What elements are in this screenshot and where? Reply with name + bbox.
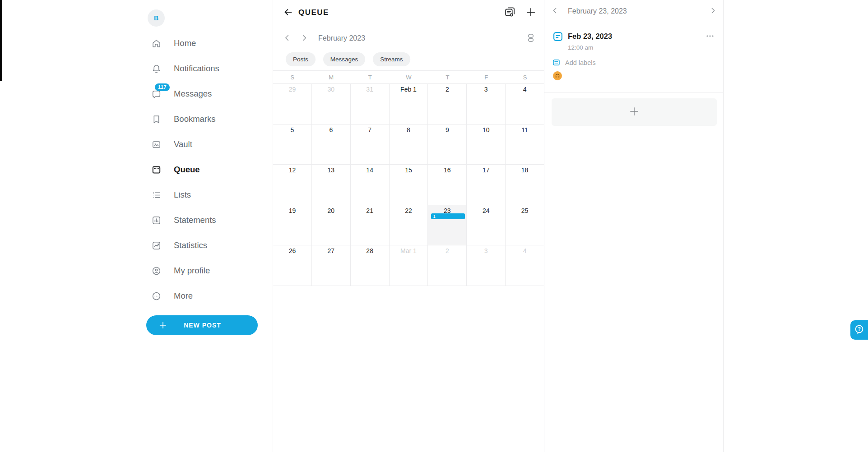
- calendar-day-26[interactable]: 26: [273, 245, 312, 286]
- tab-streams[interactable]: Streams: [373, 52, 410, 66]
- arrow-left-icon: [282, 6, 294, 19]
- sidebar-item-messages[interactable]: 117 Messages: [150, 81, 268, 106]
- sidebar-item-label: Statistics: [174, 240, 207, 250]
- calendar-day-28[interactable]: 28: [351, 245, 390, 286]
- previous-day-button[interactable]: [550, 6, 560, 16]
- queue-header: QUEUE: [273, 0, 544, 25]
- sidebar-item-notifications[interactable]: Notifications: [150, 56, 268, 81]
- profile-icon: [150, 265, 162, 277]
- calendar-day-29[interactable]: 29: [273, 84, 312, 125]
- day-number: 3: [467, 245, 505, 254]
- calendar-day-feb-1[interactable]: Feb 1: [390, 84, 428, 125]
- queued-entry-time: 12:00 am: [568, 44, 593, 51]
- day-number: 11: [506, 125, 544, 134]
- mass-post-editor-button[interactable]: [503, 5, 517, 20]
- ellipsis-icon: [704, 30, 716, 43]
- calendar-day-21[interactable]: 21: [351, 205, 390, 246]
- calendar-day-12[interactable]: 12: [273, 165, 312, 205]
- sidebar-item-label: More: [174, 291, 193, 301]
- avatar[interactable]: B: [148, 9, 165, 27]
- calendar-day-30[interactable]: 30: [312, 84, 351, 125]
- scheduled-posts-bar[interactable]: 1: [431, 213, 465, 219]
- calendar-day-4[interactable]: 4: [506, 84, 544, 125]
- scheduled-posts-count: 1: [431, 213, 465, 219]
- sidebar-item-more[interactable]: More: [150, 283, 268, 309]
- day-number: 31: [351, 84, 389, 93]
- calendar-day-27[interactable]: 27: [312, 245, 351, 286]
- help-button[interactable]: ?: [850, 320, 868, 340]
- calendar-day-22[interactable]: 22: [390, 205, 428, 246]
- sidebar-item-bookmarks[interactable]: Bookmarks: [150, 106, 268, 132]
- add-scheduled-post-button[interactable]: [552, 98, 717, 126]
- calendar-day-20[interactable]: 20: [312, 205, 351, 246]
- day-number: 28: [351, 245, 389, 254]
- next-month-button[interactable]: [299, 33, 309, 43]
- chat-bubble-icon: 117: [150, 88, 162, 100]
- sidebar-item-queue[interactable]: Queue: [150, 157, 268, 182]
- entry-menu-button[interactable]: [703, 31, 717, 42]
- calendar-day-23[interactable]: 23 1: [428, 205, 467, 246]
- sidebar-item-my-profile[interactable]: My profile: [150, 258, 268, 283]
- calendar-day-9[interactable]: 9: [428, 125, 467, 165]
- calendar-day-3[interactable]: 3: [467, 245, 506, 286]
- next-day-button[interactable]: [708, 6, 718, 16]
- plus-icon: [158, 320, 168, 330]
- calendar-day-16[interactable]: 16: [428, 165, 467, 205]
- day-number: 27: [312, 245, 350, 254]
- back-button[interactable]: [281, 6, 295, 19]
- add-post-button[interactable]: [524, 5, 538, 20]
- day-number: 4: [506, 84, 544, 93]
- chevron-right-icon: [299, 33, 309, 44]
- calendar-day-13[interactable]: 13: [312, 165, 351, 205]
- svg-text:?: ?: [858, 326, 861, 332]
- calendar-day-7[interactable]: 7: [351, 125, 390, 165]
- calendar-day-3[interactable]: 3: [467, 84, 506, 125]
- day-number: 24: [467, 205, 505, 214]
- day-number: 20: [312, 205, 350, 214]
- calendar-day-2[interactable]: 2: [428, 84, 467, 125]
- day-number: 9: [428, 125, 466, 134]
- weekday-header-row: SMTWTFS: [273, 70, 544, 84]
- day-number: 19: [273, 205, 311, 214]
- sidebar-item-statements[interactable]: Statements: [150, 208, 268, 233]
- calendar-day-4[interactable]: 4: [506, 245, 544, 286]
- sidebar-item-label: Vault: [174, 139, 192, 149]
- sidebar-item-lists[interactable]: Lists: [150, 182, 268, 208]
- plus-icon: [628, 106, 640, 119]
- sidebar-item-label: Home: [174, 38, 196, 48]
- tab-posts[interactable]: Posts: [286, 52, 316, 66]
- calendar-day-31[interactable]: 31: [351, 84, 390, 125]
- calendar-day-5[interactable]: 5: [273, 125, 312, 165]
- view-toggle-button[interactable]: [525, 32, 537, 45]
- calendar-day-10[interactable]: 10: [467, 125, 506, 165]
- tab-messages[interactable]: Messages: [323, 52, 366, 66]
- calendar-day-25[interactable]: 25: [506, 205, 544, 246]
- calendar-day-19[interactable]: 19: [273, 205, 312, 246]
- day-detail-panel: February 23, 2023 Feb 23, 2023 12:00 am …: [544, 0, 724, 452]
- calendar-day-17[interactable]: 17: [467, 165, 506, 205]
- new-post-button[interactable]: NEW POST: [146, 315, 258, 335]
- calendar-day-18[interactable]: 18: [506, 165, 544, 205]
- sidebar-item-vault[interactable]: Vault: [150, 132, 268, 157]
- calendar-day-8[interactable]: 8: [390, 125, 428, 165]
- add-labels-button[interactable]: Add labels: [552, 58, 596, 67]
- calendar: SMTWTFS 29 30 31 Feb 1 2 3 4: [273, 70, 544, 286]
- day-number: 22: [390, 205, 428, 214]
- calendar-day-14[interactable]: 14: [351, 165, 390, 205]
- previous-month-button[interactable]: [282, 33, 292, 43]
- calendar-day-mar-1[interactable]: Mar 1: [390, 245, 428, 286]
- calendar-day-11[interactable]: 11: [506, 125, 544, 165]
- day-number: 5: [273, 125, 311, 134]
- day-number: 2: [428, 245, 466, 254]
- sidebar-item-home[interactable]: Home: [150, 31, 268, 56]
- weekday-label: F: [467, 71, 506, 83]
- chevron-right-icon: [708, 6, 718, 17]
- sidebar-item-statistics[interactable]: Statistics: [150, 233, 268, 258]
- day-number: 7: [351, 125, 389, 134]
- calendar-day-6[interactable]: 6: [312, 125, 351, 165]
- calendar-day-2[interactable]: 2: [428, 245, 467, 286]
- calendar-day-24[interactable]: 24: [467, 205, 506, 246]
- calendar-day-15[interactable]: 15: [390, 165, 428, 205]
- unread-count-badge: 117: [155, 83, 170, 91]
- day-number: 6: [312, 125, 350, 134]
